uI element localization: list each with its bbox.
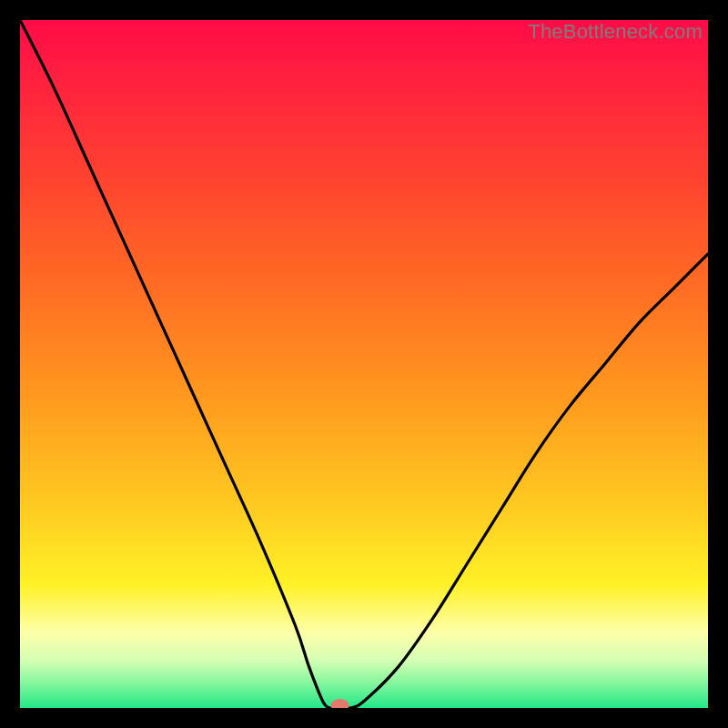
chart-frame: TheBottleneck.com <box>20 20 708 708</box>
optimum-marker <box>331 699 349 708</box>
watermark-text: TheBottleneck.com <box>528 20 703 44</box>
curve-layer <box>20 20 708 708</box>
bottleneck-curve <box>20 20 708 708</box>
